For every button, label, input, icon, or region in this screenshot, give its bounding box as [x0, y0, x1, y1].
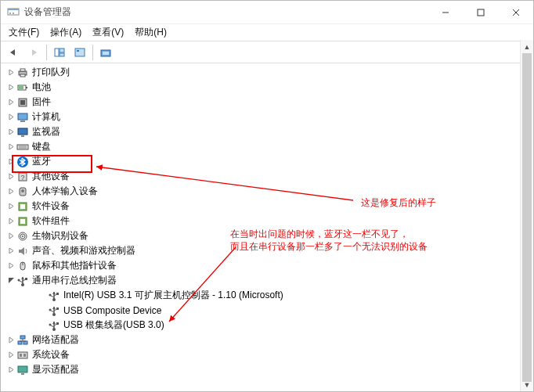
- display-icon: [16, 364, 29, 376]
- tree-node[interactable]: 网络适配器: [1, 333, 533, 347]
- tree-node-label: 系统设备: [32, 348, 70, 361]
- tree-node-label: USB 根集线器(USB 3.0): [63, 318, 164, 332]
- tree-node[interactable]: 人体学输入设备: [1, 184, 533, 199]
- system-icon: [16, 349, 29, 361]
- tree-node-label: USB Composite Device: [63, 305, 161, 316]
- svg-rect-25: [18, 128, 27, 135]
- titlebar: 设备管理器: [1, 1, 533, 24]
- expand-icon[interactable]: [5, 143, 16, 150]
- usb-icon: [16, 275, 29, 287]
- close-button[interactable]: [498, 1, 533, 24]
- expand-icon[interactable]: [5, 336, 16, 343]
- vertical-scrollbar[interactable]: ▲ ▼: [520, 40, 533, 391]
- scroll-up-button[interactable]: ▲: [521, 40, 533, 53]
- expand-icon[interactable]: [5, 158, 16, 165]
- expand-icon[interactable]: [5, 69, 16, 76]
- tree-node[interactable]: 系统设备: [1, 347, 533, 362]
- expand-icon[interactable]: [5, 188, 16, 195]
- device-tree[interactable]: 打印队列电池固件计算机监视器键盘蓝牙?其他设备人体学输入设备软件设备软件组件生物…: [1, 63, 533, 391]
- svg-rect-26: [21, 135, 24, 137]
- tree-node[interactable]: 蓝牙: [1, 154, 533, 169]
- tree-node[interactable]: 监视器: [1, 124, 533, 139]
- tree-node[interactable]: 打印队列: [1, 65, 533, 80]
- svg-point-55: [49, 293, 52, 296]
- expand-icon[interactable]: [5, 351, 16, 358]
- nav-back-button[interactable]: [4, 43, 23, 62]
- svg-rect-19: [26, 87, 27, 88]
- tree-node-label: 电池: [32, 81, 51, 94]
- tree-node-label: 通用串行总线控制器: [32, 274, 117, 287]
- swcomp-icon: [16, 215, 29, 228]
- tree-node[interactable]: 固件: [1, 95, 533, 110]
- tree-node[interactable]: 显示适配器: [1, 362, 533, 377]
- tree-node-label: 软件组件: [32, 214, 70, 228]
- scroll-thumb[interactable]: [522, 53, 532, 382]
- tree-node[interactable]: 软件组件: [1, 214, 533, 228]
- tree-node[interactable]: ?其他设备: [1, 169, 533, 184]
- minimize-button[interactable]: [428, 1, 463, 24]
- usbdev-icon: [48, 304, 60, 317]
- network-icon: [16, 334, 29, 347]
- tree-node[interactable]: 通用串行总线控制器: [1, 273, 533, 288]
- svg-rect-11: [75, 49, 85, 56]
- svg-rect-22: [20, 100, 25, 105]
- expand-icon[interactable]: [5, 218, 16, 225]
- tree-node[interactable]: USB Composite Device: [18, 303, 533, 318]
- tree-node[interactable]: USB 根集线器(USB 3.0): [18, 318, 533, 333]
- show-hidden-button[interactable]: [50, 43, 69, 62]
- menu-file[interactable]: 文件(F): [4, 24, 44, 41]
- expand-icon[interactable]: [5, 113, 16, 120]
- expand-icon[interactable]: [5, 247, 16, 254]
- tree-node[interactable]: 软件设备: [1, 199, 533, 214]
- svg-rect-16: [20, 69, 25, 71]
- svg-rect-8: [55, 49, 59, 56]
- menu-help[interactable]: 帮助(H): [130, 24, 171, 41]
- monitor-icon: [16, 126, 29, 138]
- menu-view[interactable]: 查看(V): [88, 24, 128, 41]
- maximize-button[interactable]: [463, 1, 498, 24]
- svg-rect-27: [17, 145, 28, 149]
- tree-node[interactable]: 鼠标和其他指针设备: [1, 258, 533, 273]
- tree-node[interactable]: 生物识别设备: [1, 228, 533, 243]
- tree-node[interactable]: 计算机: [1, 110, 533, 124]
- tree-node[interactable]: 声音、视频和游戏控制器: [1, 243, 533, 258]
- tree-node-label: 鼠标和其他指针设备: [32, 259, 117, 272]
- svg-point-49: [18, 279, 20, 281]
- svg-rect-24: [20, 120, 25, 122]
- tree-node[interactable]: 电池: [1, 80, 533, 95]
- collapse-icon[interactable]: [5, 277, 16, 284]
- expand-icon[interactable]: [5, 203, 16, 210]
- expand-icon[interactable]: [5, 366, 16, 373]
- bluetooth-icon: [16, 156, 29, 168]
- svg-rect-10: [60, 53, 64, 56]
- svg-point-61: [49, 308, 52, 311]
- tree-node-label: 打印队列: [32, 66, 70, 79]
- svg-rect-70: [20, 336, 25, 339]
- expand-icon[interactable]: [5, 173, 16, 180]
- tree-node-label: 网络适配器: [32, 333, 79, 347]
- svg-point-2: [9, 13, 11, 14]
- menu-action[interactable]: 操作(A): [45, 24, 86, 41]
- audio-icon: [16, 245, 29, 257]
- expand-icon[interactable]: [5, 99, 16, 106]
- tree-node[interactable]: 键盘: [1, 139, 533, 154]
- expand-icon[interactable]: [5, 128, 16, 135]
- svg-rect-53: [56, 293, 59, 295]
- scan-button[interactable]: [96, 43, 115, 62]
- nav-forward-button[interactable]: [24, 43, 43, 62]
- svg-rect-1: [8, 9, 19, 10]
- expand-icon[interactable]: [5, 232, 16, 239]
- help-button[interactable]: [70, 43, 89, 62]
- computer-icon: [16, 111, 29, 124]
- toolbar: [1, 41, 533, 63]
- other-icon: ?: [16, 171, 29, 183]
- tree-node-label: 键盘: [32, 140, 51, 153]
- svg-rect-75: [23, 354, 26, 357]
- expand-icon[interactable]: [5, 84, 16, 91]
- expand-icon[interactable]: [5, 262, 16, 269]
- battery-icon: [16, 81, 29, 94]
- svg-rect-65: [56, 322, 59, 325]
- tree-node[interactable]: Intel(R) USB 3.1 可扩展主机控制器 - 1.10 (Micros…: [18, 288, 533, 303]
- svg-rect-14: [103, 52, 109, 55]
- tree-node-label: 固件: [32, 95, 51, 109]
